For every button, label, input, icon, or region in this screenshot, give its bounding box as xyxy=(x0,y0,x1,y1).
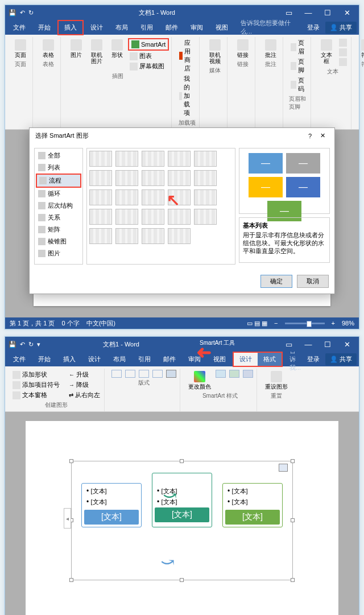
cat-matrix[interactable]: 矩阵 xyxy=(36,224,81,236)
tab-home[interactable]: 开始 xyxy=(32,21,56,34)
tab-mail[interactable]: 邮件 xyxy=(158,353,181,366)
layout-thumb[interactable] xyxy=(194,189,217,205)
resize-handle[interactable] xyxy=(291,459,295,463)
chart-button[interactable]: 图表 xyxy=(128,51,169,61)
save-icon[interactable]: 💾 xyxy=(9,341,16,348)
style-option[interactable] xyxy=(229,370,239,378)
tab-view[interactable]: 视图 xyxy=(208,353,231,366)
layout-thumb[interactable] xyxy=(89,209,112,225)
add-bullet-button[interactable]: 添加项目符号 xyxy=(11,380,61,390)
close-icon[interactable]: ✕ xyxy=(338,339,355,350)
resize-handle[interactable] xyxy=(69,578,73,582)
undo-icon[interactable]: ↶ xyxy=(20,341,25,348)
online-picture-button[interactable]: 联机图片 xyxy=(87,38,106,65)
ok-button[interactable]: 确定 xyxy=(260,275,292,288)
demote-button[interactable]: → 降级 xyxy=(67,380,102,390)
table-button[interactable]: 表格 xyxy=(39,38,58,59)
layout-thumb[interactable] xyxy=(194,170,217,186)
status-page[interactable]: 第 1 页，共 1 页 xyxy=(10,319,55,328)
node-title[interactable]: [文本] xyxy=(84,510,139,525)
layout-thumbnails[interactable]: ↖ xyxy=(86,148,235,265)
wordart[interactable] xyxy=(337,48,349,57)
cat-process[interactable]: 流程 xyxy=(36,174,81,188)
resize-handle[interactable] xyxy=(291,518,295,522)
redo-icon[interactable]: ↻ xyxy=(28,341,34,348)
share-button[interactable]: 👤 共享 xyxy=(325,353,357,365)
text-pane-button[interactable]: 文本窗格 xyxy=(11,390,61,400)
view-icons[interactable]: ▭ ▤ ▦ xyxy=(247,320,267,327)
tab-insert[interactable]: 插入 xyxy=(57,353,81,366)
cancel-button[interactable]: 取消 xyxy=(297,275,329,288)
layout-thumb[interactable] xyxy=(194,209,217,225)
style-option[interactable] xyxy=(243,370,253,378)
my-addins-button[interactable]: 我的加载项 xyxy=(177,74,197,118)
smartart-button[interactable]: SmartArt xyxy=(128,38,169,51)
save-icon[interactable]: 💾 xyxy=(9,9,16,16)
node-title[interactable]: [文本] xyxy=(155,507,209,522)
layout-thumb[interactable] xyxy=(168,228,191,244)
layout-thumb[interactable] xyxy=(115,189,138,205)
layout-thumb[interactable] xyxy=(168,189,191,205)
layout-thumb[interactable] xyxy=(168,151,191,167)
layout-thumb[interactable] xyxy=(142,209,164,225)
login-link[interactable]: 登录 xyxy=(303,23,324,32)
reset-button[interactable]: 重设图形 xyxy=(263,370,290,391)
textbox-button[interactable]: 文本框 xyxy=(317,38,336,65)
tool-tab-design[interactable]: 设计 xyxy=(234,353,258,366)
tell-me-field[interactable]: 告诉我您想要做什么... xyxy=(235,19,301,36)
smartart-object[interactable]: ◂ ⤻ ⤻ • [文本] • [文本] [文本] • [文本] • [ xyxy=(71,461,293,580)
tab-design[interactable]: 设计 xyxy=(82,353,106,366)
change-color-button[interactable]: 更改颜色 xyxy=(186,370,213,391)
status-lang[interactable]: 中文(中国) xyxy=(86,319,115,328)
minimize-icon[interactable]: — xyxy=(300,7,317,18)
tab-review[interactable]: 审阅 xyxy=(183,353,206,366)
tab-layout[interactable]: 布局 xyxy=(110,21,134,34)
layout-thumb[interactable] xyxy=(115,209,138,225)
zoom-value[interactable]: 98% xyxy=(342,320,354,327)
screenshot-button[interactable]: 屏幕截图 xyxy=(128,61,169,71)
smartart-node[interactable]: • [文本] • [文本] [文本] xyxy=(152,473,212,527)
node-title[interactable]: [文本] xyxy=(225,510,280,525)
layout-thumb[interactable] xyxy=(168,209,191,225)
layout-thumb[interactable] xyxy=(115,170,138,186)
smartart-node[interactable]: • [文本] • [文本] [文本] xyxy=(81,483,142,527)
promote-button[interactable]: ← 升级 xyxy=(67,370,102,379)
help-icon[interactable]: ? xyxy=(304,133,316,139)
cat-hierarchy[interactable]: 层次结构 xyxy=(36,200,81,212)
dialog-close-icon[interactable]: ✕ xyxy=(316,132,329,139)
layout-thumb[interactable] xyxy=(194,151,217,167)
bullet-text[interactable]: • [文本] xyxy=(84,486,139,497)
footer-button[interactable]: 页脚 xyxy=(289,57,308,75)
cat-cycle[interactable]: 循环 xyxy=(36,188,81,200)
maximize-icon[interactable]: ☐ xyxy=(319,7,336,18)
layout-thumb[interactable] xyxy=(115,151,138,167)
layout-options-icon[interactable] xyxy=(279,464,288,472)
layout-thumb[interactable] xyxy=(142,189,164,205)
ribbon-options-icon[interactable]: ▭ xyxy=(280,7,297,18)
store-button[interactable]: 应用商店 xyxy=(177,38,197,73)
rtl-button[interactable]: ⇄ 从右向左 xyxy=(67,390,102,400)
tab-view[interactable]: 视图 xyxy=(210,21,234,34)
symbol-button[interactable]: 符号 xyxy=(357,38,364,59)
layout-thumb[interactable] xyxy=(142,170,164,186)
layout-thumb[interactable] xyxy=(89,228,112,244)
zoom-slider[interactable] xyxy=(285,323,325,324)
comment-button[interactable]: 批注 xyxy=(261,38,280,59)
tool-tab-format[interactable]: 格式 xyxy=(258,353,282,366)
redo-icon[interactable]: ↻ xyxy=(28,9,34,16)
smartart-node[interactable]: • [文本] • [文本] [文本] xyxy=(222,483,283,527)
text-pane-toggle[interactable]: ◂ xyxy=(64,508,71,529)
share-button[interactable]: 👤 共享 xyxy=(325,22,357,34)
login-link[interactable]: 登录 xyxy=(303,355,324,364)
zoom-in-icon[interactable]: + xyxy=(332,320,335,327)
layout-thumb[interactable] xyxy=(89,189,112,205)
resize-handle[interactable] xyxy=(291,578,295,582)
shapes-button[interactable]: 形状 xyxy=(107,38,127,59)
tab-file[interactable]: 文件 xyxy=(7,21,31,34)
tab-references[interactable]: 引用 xyxy=(135,21,159,34)
layout-option[interactable] xyxy=(152,370,163,378)
add-shape-button[interactable]: 添加形状 xyxy=(11,370,61,379)
picture-button[interactable]: 图片 xyxy=(67,38,86,59)
quick-parts[interactable] xyxy=(337,38,349,47)
resize-handle[interactable] xyxy=(69,459,73,463)
